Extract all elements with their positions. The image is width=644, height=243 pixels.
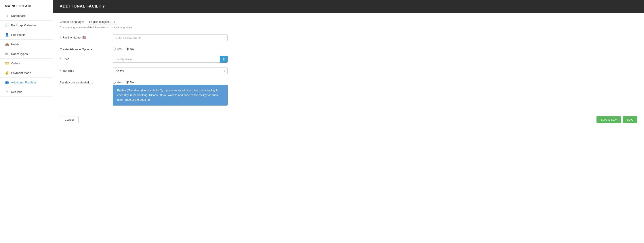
per-day-info-box: Enable ("Per day price calculation"), if… [113,85,228,106]
language-select-wrapper: English (English) [87,19,117,25]
save-button[interactable]: Save [623,116,637,123]
language-hint: Change language to update information in… [60,26,637,29]
per-day-label: Per day price calculation: [60,79,108,84]
payment-icon: 💰 [5,71,9,75]
sidebar-item-orders[interactable]: 💳 Orders [0,59,53,68]
per-day-row: Per day price calculation: Yes No Enable… [60,79,637,106]
per-day-radio-group: Yes No [113,79,228,84]
profile-icon: 👤 [5,33,9,37]
required-star: * [60,69,61,72]
facility-name-label: * Facility Name 🇺🇸 [60,34,108,39]
sidebar-item-label: Dashboard [11,14,26,18]
tax-rule-row: * Tax Rule No tax [60,68,637,74]
sidebar-item-label: Refunds [11,90,22,94]
facility-name-row: * Facility Name 🇺🇸 [60,34,637,41]
form-footer: Cancel Save & Stay Save [60,113,637,123]
sidebar-item-edit-profile[interactable]: 👤 Edit Profile [0,30,53,40]
sidebar-title: MARKETPLACE [0,0,53,11]
room-types-icon: 🛏 [5,52,9,56]
price-input-group: $ [113,56,228,63]
sidebar-item-room-types[interactable]: 🛏 Room Types [0,49,53,59]
per-day-yes-option[interactable]: Yes [113,81,122,84]
refunds-icon: ↩ [5,90,9,94]
create-advance-no-radio[interactable] [126,48,129,51]
sidebar-item-label: Edit Profile [11,33,26,37]
sidebar-item-label: Room Types [11,52,28,56]
price-currency-button[interactable]: $ [220,56,228,63]
orders-icon: 💳 [5,62,9,65]
per-day-wrap: Yes No Enable ("Per day price calculatio… [113,79,228,106]
additional-facilities-icon: 👥 [5,81,9,84]
create-advance-no-label: No [130,47,134,51]
hotels-icon: 🏨 [5,43,9,46]
price-wrap: $ [113,56,228,63]
facility-name-wrap [113,34,228,41]
create-advance-radio-group: Yes No [113,46,228,51]
per-day-no-label: No [130,81,134,84]
sidebar-item-refunds[interactable]: ↩ Refunds [0,87,53,97]
create-advance-wrap: Yes No [113,46,228,51]
save-button-group: Save & Stay Save [596,116,637,123]
tax-rule-wrap: No tax [113,68,228,74]
required-star: * [60,36,61,39]
sidebar-item-dashboard[interactable]: ⊞ Dashboard [0,11,53,21]
language-select[interactable]: English (English) [87,19,117,25]
price-label: * Price [60,56,108,61]
tax-rule-label: * Tax Rule [60,68,108,72]
per-day-no-radio[interactable] [126,81,129,84]
us-flag: 🇺🇸 [82,36,86,39]
sidebar-item-label: Orders [11,62,20,65]
sidebar-item-payment-mode[interactable]: 💰 Payment Mode [0,68,53,78]
sidebar-item-label: Additional Facilities [11,81,37,84]
per-day-info-text: Enable ("Per day price calculation"), if… [117,89,220,101]
per-day-no-option[interactable]: No [126,81,134,84]
create-advance-yes-option[interactable]: Yes [113,47,122,51]
main-content: ADDITIONAL FACILITY Choose Language: Eng… [53,0,644,243]
language-label: Choose Language: [60,20,84,24]
sidebar: MARKETPLACE ⊞ Dashboard 📊 Bookings Calen… [0,0,53,243]
create-advance-no-option[interactable]: No [126,47,134,51]
facility-name-input[interactable] [113,34,228,41]
price-input[interactable] [113,56,220,63]
sidebar-item-label: Payment Mode [11,71,31,75]
required-star: * [60,57,61,61]
tax-rule-select-wrapper: No tax [113,68,228,74]
price-row: * Price $ [60,56,637,63]
sidebar-item-additional-facilities[interactable]: 👥 Additional Facilities [0,78,53,87]
create-advance-label: Create Advance Options: [60,46,108,51]
create-advance-yes-radio[interactable] [113,48,116,51]
cancel-button[interactable]: Cancel [60,116,79,123]
sidebar-item-label: Hotels [11,43,20,46]
bookings-icon: 📊 [5,24,9,27]
per-day-yes-label: Yes [117,81,122,84]
create-advance-yes-label: Yes [117,47,122,51]
per-day-yes-radio[interactable] [113,81,116,84]
content-area: Choose Language: English (English) Chang… [53,13,644,243]
sidebar-item-hotels[interactable]: 🏨 Hotels [0,40,53,49]
tax-rule-select[interactable]: No tax [113,68,228,74]
language-row: Choose Language: English (English) [60,19,637,25]
save-stay-button[interactable]: Save & Stay [596,116,621,123]
create-advance-row: Create Advance Options: Yes No [60,46,637,51]
sidebar-item-bookings-calender[interactable]: 📊 Bookings Calender [0,21,53,30]
sidebar-item-label: Bookings Calender [11,24,36,27]
dashboard-icon: ⊞ [5,14,9,18]
page-header: ADDITIONAL FACILITY [53,0,644,13]
